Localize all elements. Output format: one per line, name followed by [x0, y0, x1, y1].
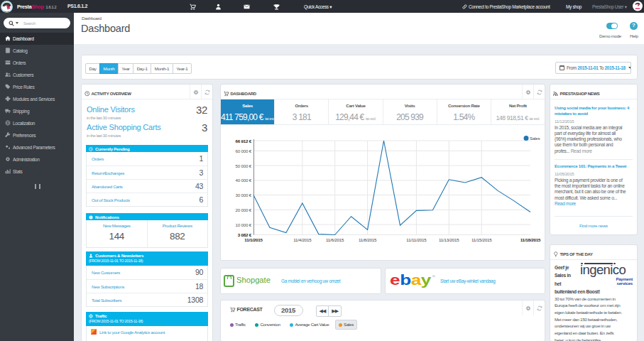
svg-text:3 082 €: 3 082 € [238, 232, 252, 237]
svg-text:11/6/2015: 11/6/2015 [326, 237, 344, 242]
svg-text:40 000 €: 40 000 € [236, 178, 252, 183]
svg-text:11/18/2015: 11/18/2015 [520, 237, 541, 242]
svg-text:20 000 €: 20 000 € [236, 207, 252, 212]
svg-text:11/15/2015: 11/15/2015 [471, 237, 492, 242]
svg-text:11/8/2015: 11/8/2015 [359, 237, 377, 242]
svg-text:30 000 €: 30 000 € [236, 193, 252, 197]
svg-text:60 000 €: 60 000 € [236, 148, 252, 153]
svg-text:Sales: Sales [530, 136, 540, 141]
svg-text:™: ™ [432, 274, 435, 278]
svg-text:ebay: ebay [390, 272, 432, 288]
svg-text:11/13/2015: 11/13/2015 [439, 237, 459, 242]
svg-text:66 912 €: 66 912 € [236, 139, 252, 144]
svg-text:50 000 €: 50 000 € [236, 163, 252, 168]
svg-text:11/11/2015: 11/11/2015 [406, 237, 427, 242]
svg-text:11/1/2015: 11/1/2015 [244, 237, 263, 242]
svg-text:11/4/2015: 11/4/2015 [293, 237, 312, 242]
svg-text:10 000 €: 10 000 € [236, 222, 252, 227]
